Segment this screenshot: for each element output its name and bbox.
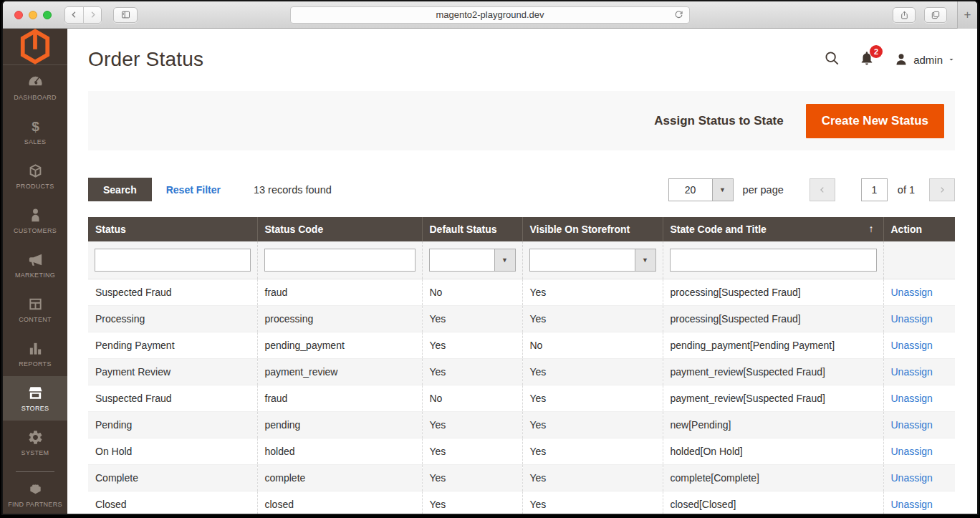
column-header-status[interactable]: Status xyxy=(88,217,257,241)
table-row[interactable]: Suspected FraudfraudNoYesprocessing[Susp… xyxy=(88,279,955,305)
column-header-visible-on-storefront[interactable]: Visible On Storefront xyxy=(522,217,663,241)
column-header-label: Default Status xyxy=(430,224,497,235)
cell-visible-on-storefront: Yes xyxy=(522,464,663,491)
cell-default-status: Yes xyxy=(422,464,522,491)
cell-default-status: Yes xyxy=(422,332,522,358)
sidebar-item-content[interactable]: CONTENT xyxy=(3,287,67,332)
chrome-right-controls: + xyxy=(893,1,977,29)
filter-select-visible-on-storefront[interactable]: ▼ xyxy=(529,249,656,272)
table-row[interactable]: Payment Reviewpayment_reviewYesYespaymen… xyxy=(88,358,955,385)
page-title: Order Status xyxy=(88,48,203,71)
sidebar-item-reports[interactable]: REPORTS xyxy=(3,332,67,376)
per-page-value: 20 xyxy=(669,179,712,201)
content-icon xyxy=(27,296,44,312)
filter-input-status-code[interactable] xyxy=(264,249,415,272)
previous-page-button[interactable] xyxy=(810,178,835,201)
unassign-link[interactable]: Unassign xyxy=(891,340,933,351)
sidebar-item-find-partners[interactable]: FIND PARTNERS xyxy=(3,472,67,515)
magento-logo[interactable] xyxy=(3,29,67,65)
column-header-status-code[interactable]: Status Code xyxy=(257,217,422,241)
unassign-link[interactable]: Unassign xyxy=(891,287,933,298)
column-header-state-code-and-title[interactable]: State Code and Title↑ xyxy=(663,217,883,241)
filter-select-default-status[interactable]: ▼ xyxy=(429,249,516,272)
sidebar-item-marketing[interactable]: MARKETING xyxy=(3,243,67,287)
sidebar-item-dashboard[interactable]: DASHBOARD xyxy=(3,65,67,110)
unassign-link[interactable]: Unassign xyxy=(891,393,933,404)
admin-app: DASHBOARD$SALESPRODUCTSCUSTOMERSMARKETIN… xyxy=(3,29,977,515)
unassign-link[interactable]: Unassign xyxy=(891,499,933,510)
share-button[interactable] xyxy=(893,7,916,23)
cell-status-code: holded xyxy=(257,438,422,464)
cell-visible-on-storefront: Yes xyxy=(522,385,663,411)
unassign-link[interactable]: Unassign xyxy=(891,366,933,378)
unassign-link[interactable]: Unassign xyxy=(891,419,933,431)
show-tabs-button[interactable] xyxy=(924,7,947,23)
next-page-button[interactable] xyxy=(929,178,955,201)
admin-user-menu[interactable]: admin xyxy=(894,52,955,67)
sidebar-item-customers[interactable]: CUSTOMERS xyxy=(3,198,67,243)
unassign-link[interactable]: Unassign xyxy=(891,313,933,325)
per-page-select[interactable]: 20 ▼ xyxy=(668,178,734,201)
per-page-label: per page xyxy=(743,184,784,196)
grid-filter-row: ▼▼ xyxy=(88,241,955,279)
table-row[interactable]: Pending Paymentpending_paymentYesNopendi… xyxy=(88,332,955,358)
sidebar-item-system[interactable]: SYSTEM xyxy=(3,421,67,465)
cell-action: Unassign xyxy=(883,385,955,411)
table-row[interactable]: On HoldholdedYesYesholded[On Hold]Unassi… xyxy=(88,438,955,464)
filter-input-state-code-and-title[interactable] xyxy=(670,249,877,272)
cell-default-status: No xyxy=(422,279,522,305)
forward-button[interactable] xyxy=(83,7,101,23)
search-icon xyxy=(824,50,840,66)
url-text: magento2-playground.dev xyxy=(436,9,544,20)
sidebar-item-label: CONTENT xyxy=(19,316,52,323)
chevron-down-icon: ▼ xyxy=(635,249,655,271)
column-header-label: Status xyxy=(95,224,126,235)
table-row[interactable]: PendingpendingYesYesnew[Pending]Unassign xyxy=(88,411,955,438)
reset-filter-link[interactable]: Reset Filter xyxy=(166,184,221,196)
zoom-window-button[interactable] xyxy=(43,11,52,19)
sidebar-toggle-button[interactable] xyxy=(113,7,138,23)
table-row[interactable]: Suspected FraudfraudNoYespayment_review[… xyxy=(88,385,955,411)
share-icon xyxy=(900,10,909,20)
records-count-label: 13 records found xyxy=(254,184,332,196)
page-number-input[interactable] xyxy=(861,178,888,201)
cell-action: Unassign xyxy=(883,279,955,305)
cell-action: Unassign xyxy=(883,464,955,491)
notifications-button[interactable]: 2 xyxy=(859,50,875,69)
address-bar[interactable]: magento2-playground.dev xyxy=(290,6,690,24)
sidebar-item-sales[interactable]: $SALES xyxy=(3,110,67,154)
new-tab-button[interactable]: + xyxy=(957,1,977,29)
cell-status-code: processing xyxy=(257,305,422,332)
cell-visible-on-storefront: No xyxy=(522,332,663,358)
column-header-label: Action xyxy=(891,224,923,235)
column-header-default-status[interactable]: Default Status xyxy=(422,217,522,241)
grid-body: Suspected FraudfraudNoYesprocessing[Susp… xyxy=(88,279,955,515)
sidebar-item-stores[interactable]: STORES xyxy=(3,376,67,421)
filter-cell-default-status: ▼ xyxy=(422,241,522,279)
cell-status: Complete xyxy=(88,464,257,491)
unassign-link[interactable]: Unassign xyxy=(891,446,933,457)
table-row[interactable]: ClosedclosedYesYesclosed[Closed]Unassign xyxy=(88,491,955,515)
cell-state-code-and-title: closed[Closed] xyxy=(663,491,883,515)
reload-icon[interactable] xyxy=(673,9,684,22)
assign-status-to-state-button[interactable]: Assign Status to State xyxy=(654,114,783,128)
table-row[interactable]: ProcessingprocessingYesYesprocessing[Sus… xyxy=(88,305,955,332)
admin-search-button[interactable] xyxy=(824,50,840,69)
column-header-label: State Code and Title xyxy=(671,224,767,235)
minimize-window-button[interactable] xyxy=(29,11,37,19)
cell-action: Unassign xyxy=(883,491,955,515)
create-new-status-button[interactable]: Create New Status xyxy=(806,104,944,138)
cell-default-status: No xyxy=(422,385,522,411)
back-button[interactable] xyxy=(65,7,83,23)
page-actions-panel: Assign Status to State Create New Status xyxy=(88,91,955,150)
sidebar-item-products[interactable]: PRODUCTS xyxy=(3,154,67,198)
table-row[interactable]: CompletecompleteYesYescomplete[Complete]… xyxy=(88,464,955,491)
close-window-button[interactable] xyxy=(14,11,23,19)
search-button[interactable]: Search xyxy=(88,178,152,201)
cell-status: Pending xyxy=(88,411,257,438)
sidebar-item-label: REPORTS xyxy=(19,360,51,368)
filter-input-status[interactable] xyxy=(95,249,251,272)
unassign-link[interactable]: Unassign xyxy=(891,472,933,484)
cell-visible-on-storefront: Yes xyxy=(522,358,663,385)
column-header-action[interactable]: Action xyxy=(883,217,955,241)
